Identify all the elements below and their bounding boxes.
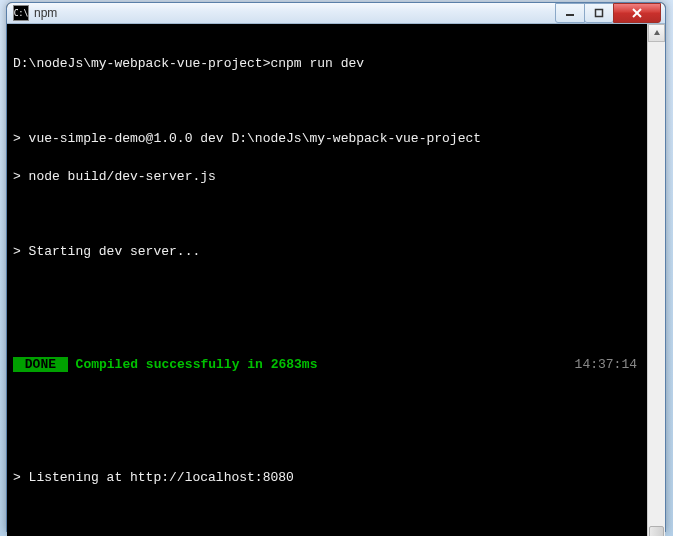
blank-line <box>13 93 641 112</box>
blank-line <box>13 432 641 451</box>
close-button[interactable] <box>613 3 661 23</box>
maximize-icon <box>594 8 604 18</box>
done-row: DONE Compiled successfully in 2683ms14:3… <box>13 356 641 375</box>
output-line: > node build/dev-server.js <box>13 168 641 187</box>
blank-line <box>13 206 641 225</box>
starting-line: > Starting dev server... <box>13 243 641 262</box>
close-icon <box>632 8 642 18</box>
window-title: npm <box>34 6 556 20</box>
terminal-area: D:\nodeJs\my-webpack-vue-project>cnpm ru… <box>7 24 665 536</box>
listening-line: > Listening at http://localhost:8080 <box>13 469 641 488</box>
blank-line <box>13 394 641 413</box>
cmd-icon: C:\ <box>13 5 29 21</box>
terminal-output[interactable]: D:\nodeJs\my-webpack-vue-project>cnpm ru… <box>7 24 647 536</box>
minimize-icon <box>565 8 575 18</box>
console-window: C:\ npm D:\nodeJs\my-webpack-vue-project… <box>6 2 666 532</box>
scroll-thumb[interactable] <box>649 526 664 536</box>
done-badge: DONE <box>13 357 68 372</box>
vertical-scrollbar[interactable] <box>647 24 665 536</box>
scroll-track[interactable] <box>648 42 665 536</box>
timestamp: 14:37:14 <box>575 356 637 375</box>
prompt-line: D:\nodeJs\my-webpack-vue-project>cnpm ru… <box>13 55 641 74</box>
maximize-button[interactable] <box>584 3 614 23</box>
scroll-up-button[interactable] <box>648 24 665 42</box>
blank-line <box>13 507 641 526</box>
minimize-button[interactable] <box>555 3 585 23</box>
blank-line <box>13 319 641 338</box>
output-line: > vue-simple-demo@1.0.0 dev D:\nodeJs\my… <box>13 130 641 149</box>
blank-line <box>13 281 641 300</box>
svg-marker-4 <box>654 30 660 35</box>
chevron-up-icon <box>653 29 661 37</box>
titlebar[interactable]: C:\ npm <box>7 3 665 24</box>
window-controls <box>556 3 661 23</box>
svg-rect-1 <box>596 10 603 17</box>
done-message: Compiled successfully in 2683ms <box>68 357 318 372</box>
